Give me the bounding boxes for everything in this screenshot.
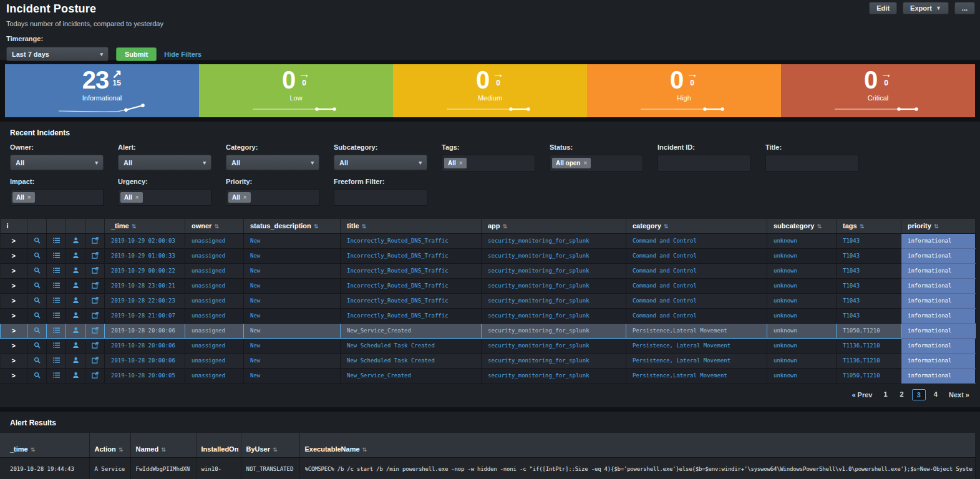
assign-action-button[interactable] [66, 278, 85, 293]
search-action-button[interactable] [27, 278, 47, 293]
open-link-action-button[interactable] [85, 293, 105, 308]
cell-owner[interactable]: unassigned [185, 263, 244, 278]
filter-chip[interactable]: All× [444, 158, 467, 168]
cell-tags[interactable]: T1043 [837, 293, 901, 308]
cell-time[interactable]: 2019-10-29 01:00:33 [105, 248, 185, 263]
kpi-card-critical[interactable]: 0 → 0 Critical [781, 64, 975, 117]
cell-title[interactable]: Incorrectly_Routed_DNS_Traffic [341, 263, 482, 278]
cell-owner[interactable]: unassigned [185, 323, 244, 338]
cell-title[interactable]: Incorrectly_Routed_DNS_Traffic [341, 278, 482, 293]
table-row[interactable]: > 2019-10-29 01:00:33 unassigned New Inc… [1, 248, 976, 263]
alert-column-header-named[interactable]: Named⇅ [130, 433, 196, 458]
assign-action-button[interactable] [66, 368, 85, 383]
cell-status-description[interactable]: New [244, 233, 341, 248]
assign-action-button[interactable] [66, 248, 85, 263]
cell-category[interactable]: Command and Control [626, 233, 767, 248]
filter-chip[interactable]: All open× [552, 158, 591, 168]
cell-priority[interactable]: informational [901, 278, 976, 293]
open-link-action-button[interactable] [85, 278, 105, 293]
details-action-button[interactable] [47, 278, 66, 293]
cell-app[interactable]: security_monitoring_for_splunk [482, 278, 626, 293]
expand-row-button[interactable]: > [1, 368, 27, 383]
alert-column-header-executablename[interactable]: ExecutableName⇅ [299, 433, 975, 458]
cell-subcategory[interactable]: unknown [767, 323, 837, 338]
filter-chip[interactable]: All× [12, 192, 35, 203]
details-action-button[interactable] [47, 368, 66, 383]
search-action-button[interactable] [27, 293, 47, 308]
cell-priority[interactable]: informational [901, 353, 976, 368]
cell-category[interactable]: Command and Control [626, 293, 767, 308]
expand-row-button[interactable]: > [1, 293, 27, 308]
open-link-action-button[interactable] [85, 323, 105, 338]
open-link-action-button[interactable] [85, 353, 105, 368]
filter-token-input[interactable]: All× [118, 189, 211, 206]
export-button[interactable]: Export▼ [903, 2, 949, 14]
details-action-button[interactable] [47, 248, 66, 263]
submit-button[interactable]: Submit [116, 47, 157, 61]
cell-subcategory[interactable]: unknown [767, 308, 837, 323]
details-action-button[interactable] [47, 323, 66, 338]
details-action-button[interactable] [47, 308, 66, 323]
cell-priority[interactable]: informational [901, 323, 976, 338]
cell-time[interactable]: 2019-10-29 02:00:03 [105, 233, 185, 248]
cell-app[interactable]: security_monitoring_for_splunk [482, 338, 626, 353]
cell-time[interactable]: 2019-10-28 22:00:23 [105, 293, 185, 308]
details-action-button[interactable] [47, 263, 66, 278]
more-button[interactable]: ... [954, 2, 975, 14]
alert-column-header-_time[interactable]: _time⇅ [0, 433, 89, 458]
cell-priority[interactable]: informational [901, 233, 976, 248]
cell-time[interactable]: 2019-10-28 20:00:05 [105, 368, 185, 383]
table-row[interactable]: > 2019-10-28 22:00:23 unassigned New Inc… [1, 293, 976, 308]
cell-title[interactable]: New_Service_Created [341, 368, 482, 383]
assign-action-button[interactable] [66, 263, 85, 278]
cell-time[interactable]: 2019-10-28 23:00:21 [105, 278, 185, 293]
assign-action-button[interactable] [66, 233, 85, 248]
column-header-category[interactable]: category⇅ [626, 219, 767, 233]
page-button-1[interactable]: 1 [879, 389, 891, 400]
cell-status-description[interactable]: New [244, 263, 341, 278]
column-header-subcategory[interactable]: subcategory⇅ [767, 219, 837, 233]
cell-subcategory[interactable]: unknown [767, 263, 837, 278]
column-header-status_description[interactable]: status_description⇅ [244, 219, 341, 233]
filter-token-input[interactable]: All× [226, 189, 319, 206]
cell-app[interactable]: security_monitoring_for_splunk [482, 308, 626, 323]
open-link-action-button[interactable] [85, 263, 105, 278]
cell-status-description[interactable]: New [244, 338, 341, 353]
cell-app[interactable]: security_monitoring_for_splunk [482, 233, 626, 248]
cell-subcategory[interactable]: unknown [767, 293, 837, 308]
open-link-action-button[interactable] [85, 248, 105, 263]
alert-column-header-installedon[interactable]: InstalledOn⇅ [196, 433, 241, 458]
filter-select[interactable]: All▾ [118, 155, 211, 170]
cell-status-description[interactable]: New [244, 278, 341, 293]
expand-row-button[interactable]: > [1, 353, 27, 368]
remove-chip-icon[interactable]: × [27, 194, 31, 201]
cell-title[interactable]: Incorrectly_Routed_DNS_Traffic [341, 293, 482, 308]
cell-subcategory[interactable]: unknown [767, 248, 837, 263]
table-row[interactable]: > 2019-10-29 00:00:22 unassigned New Inc… [1, 263, 976, 278]
remove-chip-icon[interactable]: × [135, 194, 139, 201]
cell-status-description[interactable]: New [244, 353, 341, 368]
cell-status-description[interactable]: New [244, 368, 341, 383]
cell-owner[interactable]: unassigned [185, 278, 244, 293]
filter-token-input[interactable]: All open× [550, 155, 643, 172]
cell-tags[interactable]: T1043 [837, 263, 901, 278]
filter-token-input[interactable]: All× [10, 189, 104, 206]
expand-row-button[interactable]: > [1, 278, 27, 293]
kpi-card-high[interactable]: 0 → 0 High [587, 64, 781, 117]
table-row-selected[interactable]: > 2019-10-28 20:00:06 unassigned New New… [1, 323, 976, 338]
cell-category[interactable]: Persistence, Lateral Movement [626, 338, 767, 353]
table-row[interactable]: > 2019-10-28 20:00:05 unassigned New New… [1, 368, 976, 383]
column-header-app[interactable]: app⇅ [482, 219, 626, 233]
column-header-tags[interactable]: tags⇅ [837, 219, 901, 233]
cell-app[interactable]: security_monitoring_for_splunk [482, 323, 626, 338]
filter-select[interactable]: All▾ [334, 155, 427, 170]
cell-category[interactable]: Command and Control [626, 278, 767, 293]
next-page-button[interactable]: Next » [946, 390, 973, 400]
search-action-button[interactable] [27, 248, 47, 263]
page-button-3[interactable]: 3 [912, 389, 926, 400]
cell-priority[interactable]: informational [901, 368, 976, 383]
cell-time[interactable]: 2019-10-28 20:00:06 [105, 323, 185, 338]
page-button-4[interactable]: 4 [929, 389, 942, 400]
assign-action-button[interactable] [66, 293, 85, 308]
cell-tags[interactable]: T1043 [837, 308, 901, 323]
